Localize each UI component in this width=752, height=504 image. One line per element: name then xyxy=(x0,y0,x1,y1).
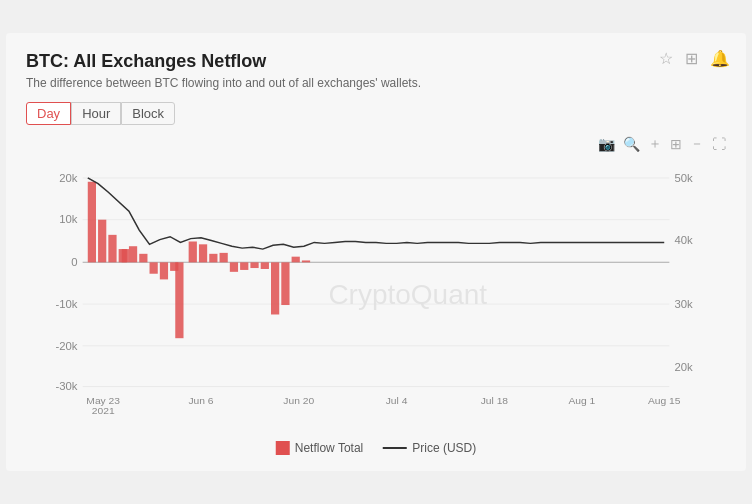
fullscreen-icon[interactable]: ⛶ xyxy=(712,136,726,152)
chart-card: ☆ ⊞ 🔔 BTC: All Exchanges Netflow The dif… xyxy=(6,33,746,471)
svg-rect-42 xyxy=(250,262,258,268)
svg-text:Aug 1: Aug 1 xyxy=(568,395,595,406)
chart-toolbar: 📷 🔍 ＋ ⊞ － ⛶ xyxy=(598,135,726,153)
tab-block[interactable]: Block xyxy=(121,102,175,125)
legend-netflow-label: Netflow Total xyxy=(295,441,363,455)
svg-rect-29 xyxy=(129,246,137,262)
svg-rect-0 xyxy=(83,159,670,387)
legend-price-icon xyxy=(383,447,407,449)
svg-text:Jun 20: Jun 20 xyxy=(283,395,314,406)
star-icon[interactable]: ☆ xyxy=(659,49,673,68)
svg-rect-38 xyxy=(209,254,217,263)
top-icons: ☆ ⊞ 🔔 xyxy=(659,49,730,68)
chart-area: 📷 🔍 ＋ ⊞ － ⛶ CryptoQuant xyxy=(26,135,726,455)
svg-text:Jul 18: Jul 18 xyxy=(481,395,509,406)
svg-rect-37 xyxy=(199,244,207,262)
svg-text:Aug 15: Aug 15 xyxy=(648,395,681,406)
legend-netflow: Netflow Total xyxy=(276,441,363,455)
svg-text:50k: 50k xyxy=(675,172,694,183)
svg-text:20k: 20k xyxy=(59,172,78,183)
svg-text:0: 0 xyxy=(71,257,77,268)
svg-rect-27 xyxy=(108,235,116,262)
chart-svg: 20k 10k 0 -10k -20k -30k 50k 40k 30k 20k… xyxy=(26,159,726,415)
svg-rect-31 xyxy=(150,262,158,273)
grid-icon[interactable]: ⊞ xyxy=(670,136,682,152)
svg-rect-34 xyxy=(122,249,129,262)
svg-rect-36 xyxy=(189,241,197,262)
svg-rect-47 xyxy=(302,260,310,262)
svg-text:20k: 20k xyxy=(675,362,694,373)
svg-text:10k: 10k xyxy=(59,214,78,225)
svg-text:Jul 4: Jul 4 xyxy=(386,395,408,406)
svg-rect-43 xyxy=(261,262,269,269)
tab-hour[interactable]: Hour xyxy=(71,102,121,125)
chart-legend: Netflow Total Price (USD) xyxy=(276,441,477,455)
chart-subtitle: The difference between BTC flowing into … xyxy=(26,76,726,90)
svg-text:-20k: -20k xyxy=(55,340,78,351)
svg-rect-26 xyxy=(98,220,106,263)
svg-rect-45 xyxy=(281,262,289,305)
chart-title: BTC: All Exchanges Netflow xyxy=(26,51,726,72)
tab-day[interactable]: Day xyxy=(26,102,71,125)
time-tabs: Day Hour Block xyxy=(26,102,726,125)
svg-text:2021: 2021 xyxy=(92,405,115,415)
svg-text:40k: 40k xyxy=(675,235,694,246)
bell-icon[interactable]: 🔔 xyxy=(710,49,730,68)
svg-text:-30k: -30k xyxy=(55,381,78,392)
legend-price-label: Price (USD) xyxy=(412,441,476,455)
svg-rect-40 xyxy=(230,262,238,271)
minus-icon[interactable]: － xyxy=(690,135,704,153)
zoom-in-icon[interactable]: 🔍 xyxy=(623,136,640,152)
expand-icon[interactable]: ⊞ xyxy=(685,49,698,68)
svg-text:Jun 6: Jun 6 xyxy=(188,395,214,406)
chart-svg-wrapper: 20k 10k 0 -10k -20k -30k 50k 40k 30k 20k… xyxy=(26,159,726,415)
svg-rect-46 xyxy=(292,257,300,263)
legend-price: Price (USD) xyxy=(383,441,476,455)
svg-rect-44 xyxy=(271,262,279,314)
svg-rect-41 xyxy=(240,262,248,270)
svg-rect-32 xyxy=(160,262,168,279)
camera-icon[interactable]: 📷 xyxy=(598,136,615,152)
svg-text:May 23: May 23 xyxy=(86,395,120,406)
svg-text:-10k: -10k xyxy=(55,298,78,309)
legend-netflow-icon xyxy=(276,441,290,455)
svg-rect-30 xyxy=(139,254,147,263)
svg-rect-39 xyxy=(220,253,228,262)
svg-rect-25 xyxy=(88,182,96,263)
svg-rect-35 xyxy=(175,262,183,338)
svg-text:30k: 30k xyxy=(675,298,694,309)
plus-icon[interactable]: ＋ xyxy=(648,135,662,153)
